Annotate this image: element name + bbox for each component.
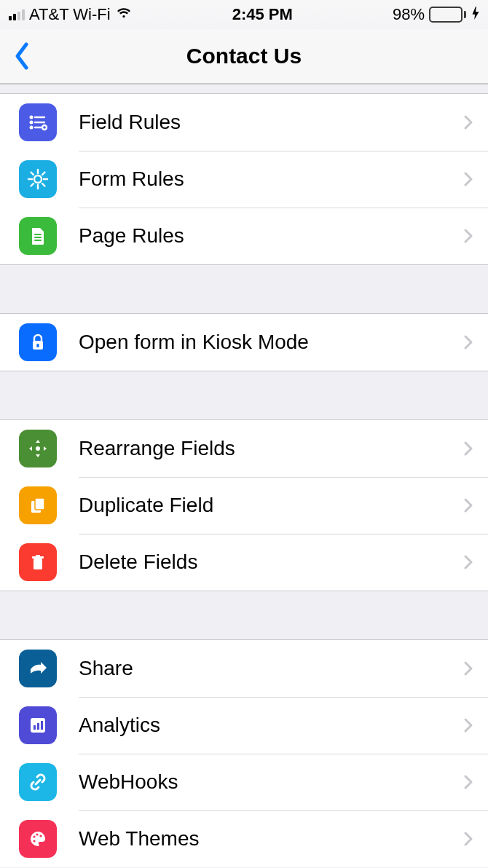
chevron-right-icon	[460, 171, 476, 187]
svg-point-32	[36, 833, 38, 835]
svg-point-21	[36, 446, 40, 451]
row-duplicate-field[interactable]: Duplicate Field	[0, 477, 488, 534]
row-label: Form Rules	[79, 167, 460, 191]
duplicate-icon	[19, 486, 57, 524]
chevron-right-icon	[460, 441, 476, 457]
row-webhooks[interactable]: WebHooks	[0, 754, 488, 810]
svg-rect-28	[34, 725, 36, 730]
row-label: Web Themes	[79, 827, 460, 851]
status-left: AT&T Wi-Fi	[9, 5, 133, 24]
battery-percent: 98%	[393, 5, 425, 24]
svg-rect-24	[34, 559, 42, 569]
section-gap	[0, 591, 488, 639]
chevron-right-icon	[460, 774, 476, 790]
row-label: Page Rules	[79, 224, 460, 248]
row-label: Field Rules	[79, 111, 460, 134]
chevron-right-icon	[460, 660, 476, 676]
gear-icon	[19, 160, 57, 198]
svg-line-13	[42, 184, 45, 186]
svg-point-4	[31, 127, 33, 129]
carrier-label: AT&T Wi-Fi	[29, 5, 111, 24]
chevron-right-icon	[460, 114, 476, 130]
document-icon	[19, 217, 57, 255]
chevron-right-icon	[460, 831, 476, 847]
row-analytics[interactable]: Analytics	[0, 697, 488, 754]
chevron-right-icon	[460, 334, 476, 350]
section-gap	[0, 84, 488, 93]
row-page-rules[interactable]: Page Rules	[0, 208, 488, 264]
section-gap	[0, 371, 488, 419]
chevron-right-icon	[460, 554, 476, 570]
row-label: Delete Fields	[79, 551, 460, 574]
charging-icon	[472, 7, 479, 23]
row-label: Analytics	[79, 714, 460, 737]
battery-icon	[429, 7, 466, 23]
link-icon	[19, 763, 57, 801]
wifi-icon	[115, 6, 133, 23]
row-label: Duplicate Field	[79, 494, 460, 517]
svg-line-14	[31, 184, 34, 186]
section-kiosk: Open form in Kiosk Mode	[0, 313, 488, 371]
svg-point-0	[31, 117, 33, 119]
svg-rect-20	[36, 344, 39, 347]
svg-point-31	[33, 835, 35, 837]
row-share[interactable]: Share	[0, 640, 488, 697]
svg-rect-29	[37, 723, 39, 730]
cell-signal-icon	[9, 9, 25, 20]
section-more: Share Analytics WebHooks	[0, 639, 488, 867]
status-bar: AT&T Wi-Fi 2:45 PM 98%	[0, 0, 488, 29]
back-button[interactable]	[0, 29, 44, 83]
svg-rect-26	[36, 555, 40, 557]
section-gap	[0, 265, 488, 313]
chevron-right-icon	[460, 717, 476, 733]
chevron-right-icon	[460, 497, 476, 513]
svg-point-7	[34, 175, 42, 183]
svg-rect-30	[41, 721, 43, 730]
row-label: Rearrange Fields	[79, 437, 460, 460]
list-settings-icon	[19, 103, 57, 141]
status-right: 98%	[393, 5, 479, 24]
row-kiosk-mode[interactable]: Open form in Kiosk Mode	[0, 314, 488, 371]
section-fields: Rearrange Fields Duplicate Field Delete …	[0, 419, 488, 591]
row-field-rules[interactable]: Field Rules	[0, 94, 488, 151]
palette-icon	[19, 820, 57, 858]
svg-point-33	[39, 835, 42, 837]
svg-rect-23	[35, 498, 44, 510]
chevron-left-icon	[13, 42, 31, 71]
row-rearrange-fields[interactable]: Rearrange Fields	[0, 420, 488, 477]
svg-line-12	[31, 173, 34, 175]
nav-bar: Contact Us	[0, 29, 488, 84]
row-form-rules[interactable]: Form Rules	[0, 151, 488, 208]
page-title: Contact Us	[0, 44, 488, 68]
svg-line-15	[42, 173, 45, 175]
row-label: Share	[79, 657, 460, 680]
svg-point-34	[33, 840, 35, 842]
share-icon	[19, 650, 57, 687]
svg-point-2	[31, 122, 33, 124]
chart-icon	[19, 706, 57, 744]
move-icon	[19, 430, 57, 467]
svg-point-6	[42, 125, 47, 130]
row-label: WebHooks	[79, 770, 460, 794]
row-web-themes[interactable]: Web Themes	[0, 810, 488, 867]
row-delete-fields[interactable]: Delete Fields	[0, 534, 488, 591]
chevron-right-icon	[460, 228, 476, 244]
clock: 2:45 PM	[232, 5, 293, 24]
trash-icon	[19, 543, 57, 581]
lock-icon	[19, 323, 57, 361]
row-label: Open form in Kiosk Mode	[79, 331, 460, 354]
section-rules: Field Rules Form Rules Page Rules	[0, 93, 488, 265]
